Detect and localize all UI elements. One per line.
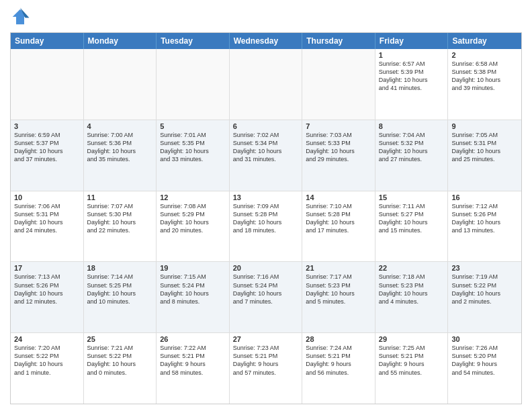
empty-cell xyxy=(11,49,84,120)
empty-cell xyxy=(157,49,230,120)
empty-cell xyxy=(84,49,157,120)
day-info: Sunrise: 7:24 AM Sunset: 5:21 PM Dayligh… xyxy=(306,344,371,377)
calendar-row-4: 24Sunrise: 7:20 AM Sunset: 5:22 PM Dayli… xyxy=(11,332,521,404)
day-info: Sunrise: 7:12 AM Sunset: 5:26 PM Dayligh… xyxy=(451,202,518,235)
day-info: Sunrise: 7:10 AM Sunset: 5:28 PM Dayligh… xyxy=(306,202,371,235)
day-cell-3: 3Sunrise: 6:59 AM Sunset: 5:37 PM Daylig… xyxy=(11,120,84,191)
day-number: 9 xyxy=(451,122,518,130)
day-info: Sunrise: 7:14 AM Sunset: 5:25 PM Dayligh… xyxy=(87,273,153,306)
day-info: Sunrise: 7:18 AM Sunset: 5:23 PM Dayligh… xyxy=(379,273,445,306)
day-number: 25 xyxy=(87,335,153,343)
calendar: SundayMondayTuesdayWednesdayThursdayFrid… xyxy=(10,32,522,404)
day-info: Sunrise: 7:06 AM Sunset: 5:31 PM Dayligh… xyxy=(14,202,80,235)
day-info: Sunrise: 7:07 AM Sunset: 5:30 PM Dayligh… xyxy=(87,202,153,235)
day-number: 17 xyxy=(14,264,80,272)
day-info: Sunrise: 7:17 AM Sunset: 5:23 PM Dayligh… xyxy=(306,273,371,306)
day-number: 12 xyxy=(160,193,226,201)
day-cell-11: 11Sunrise: 7:07 AM Sunset: 5:30 PM Dayli… xyxy=(84,191,157,262)
day-cell-2: 2Sunrise: 6:58 AM Sunset: 5:38 PM Daylig… xyxy=(448,49,521,120)
day-number: 30 xyxy=(451,335,518,343)
day-info: Sunrise: 7:09 AM Sunset: 5:28 PM Dayligh… xyxy=(233,202,299,235)
day-info: Sunrise: 7:21 AM Sunset: 5:22 PM Dayligh… xyxy=(87,344,153,377)
day-cell-5: 5Sunrise: 7:01 AM Sunset: 5:35 PM Daylig… xyxy=(157,120,230,191)
day-number: 11 xyxy=(87,193,153,201)
day-number: 10 xyxy=(14,193,80,201)
day-cell-27: 27Sunrise: 7:23 AM Sunset: 5:21 PM Dayli… xyxy=(230,333,303,404)
day-number: 13 xyxy=(233,193,299,201)
day-cell-7: 7Sunrise: 7:03 AM Sunset: 5:33 PM Daylig… xyxy=(302,120,375,191)
day-cell-21: 21Sunrise: 7:17 AM Sunset: 5:23 PM Dayli… xyxy=(302,262,375,332)
day-info: Sunrise: 7:20 AM Sunset: 5:22 PM Dayligh… xyxy=(14,344,80,377)
day-number: 19 xyxy=(160,264,226,272)
day-info: Sunrise: 7:08 AM Sunset: 5:29 PM Dayligh… xyxy=(160,202,226,235)
day-number: 4 xyxy=(87,122,153,130)
day-cell-23: 23Sunrise: 7:19 AM Sunset: 5:22 PM Dayli… xyxy=(448,262,521,332)
day-number: 3 xyxy=(14,122,80,130)
day-cell-20: 20Sunrise: 7:16 AM Sunset: 5:24 PM Dayli… xyxy=(230,262,303,332)
day-cell-29: 29Sunrise: 7:25 AM Sunset: 5:21 PM Dayli… xyxy=(375,333,449,404)
day-cell-22: 22Sunrise: 7:18 AM Sunset: 5:23 PM Dayli… xyxy=(375,262,449,332)
day-cell-13: 13Sunrise: 7:09 AM Sunset: 5:28 PM Dayli… xyxy=(230,191,303,262)
day-info: Sunrise: 7:23 AM Sunset: 5:21 PM Dayligh… xyxy=(233,344,299,377)
calendar-body: 1Sunrise: 6:57 AM Sunset: 5:39 PM Daylig… xyxy=(11,49,521,404)
day-info: Sunrise: 6:57 AM Sunset: 5:39 PM Dayligh… xyxy=(379,60,445,93)
day-cell-14: 14Sunrise: 7:10 AM Sunset: 5:28 PM Dayli… xyxy=(302,191,375,262)
day-cell-8: 8Sunrise: 7:04 AM Sunset: 5:32 PM Daylig… xyxy=(375,120,449,191)
day-info: Sunrise: 7:19 AM Sunset: 5:22 PM Dayligh… xyxy=(451,273,518,306)
day-cell-24: 24Sunrise: 7:20 AM Sunset: 5:22 PM Dayli… xyxy=(11,333,84,404)
calendar-row-3: 17Sunrise: 7:13 AM Sunset: 5:26 PM Dayli… xyxy=(11,261,521,332)
empty-cell xyxy=(230,49,303,120)
header-day-monday: Monday xyxy=(84,33,157,49)
header-day-saturday: Saturday xyxy=(448,33,521,49)
day-info: Sunrise: 6:58 AM Sunset: 5:38 PM Dayligh… xyxy=(451,60,518,93)
day-cell-10: 10Sunrise: 7:06 AM Sunset: 5:31 PM Dayli… xyxy=(11,191,84,262)
day-info: Sunrise: 7:15 AM Sunset: 5:24 PM Dayligh… xyxy=(160,273,226,306)
calendar-row-2: 10Sunrise: 7:06 AM Sunset: 5:31 PM Dayli… xyxy=(11,191,521,262)
day-number: 8 xyxy=(379,122,445,130)
day-cell-1: 1Sunrise: 6:57 AM Sunset: 5:39 PM Daylig… xyxy=(375,49,449,120)
header-day-tuesday: Tuesday xyxy=(157,33,230,49)
day-number: 14 xyxy=(306,193,371,201)
day-number: 23 xyxy=(451,264,518,272)
day-cell-18: 18Sunrise: 7:14 AM Sunset: 5:25 PM Dayli… xyxy=(84,262,157,332)
header-day-sunday: Sunday xyxy=(11,33,84,49)
day-cell-30: 30Sunrise: 7:26 AM Sunset: 5:20 PM Dayli… xyxy=(448,333,521,404)
day-info: Sunrise: 7:03 AM Sunset: 5:33 PM Dayligh… xyxy=(306,131,371,164)
day-number: 7 xyxy=(306,122,371,130)
day-info: Sunrise: 7:22 AM Sunset: 5:21 PM Dayligh… xyxy=(160,344,226,377)
day-number: 26 xyxy=(160,335,226,343)
calendar-row-0: 1Sunrise: 6:57 AM Sunset: 5:39 PM Daylig… xyxy=(11,49,521,120)
day-cell-9: 9Sunrise: 7:05 AM Sunset: 5:31 PM Daylig… xyxy=(448,120,521,191)
logo xyxy=(10,7,33,27)
day-info: Sunrise: 7:00 AM Sunset: 5:36 PM Dayligh… xyxy=(87,131,153,164)
day-cell-12: 12Sunrise: 7:08 AM Sunset: 5:29 PM Dayli… xyxy=(157,191,230,262)
day-info: Sunrise: 7:05 AM Sunset: 5:31 PM Dayligh… xyxy=(451,131,518,164)
day-cell-17: 17Sunrise: 7:13 AM Sunset: 5:26 PM Dayli… xyxy=(11,262,84,332)
day-info: Sunrise: 7:02 AM Sunset: 5:34 PM Dayligh… xyxy=(233,131,299,164)
day-info: Sunrise: 7:11 AM Sunset: 5:27 PM Dayligh… xyxy=(379,202,445,235)
header-day-thursday: Thursday xyxy=(302,33,375,49)
day-number: 20 xyxy=(233,264,299,272)
day-number: 2 xyxy=(451,51,518,59)
day-number: 24 xyxy=(14,335,80,343)
calendar-header: SundayMondayTuesdayWednesdayThursdayFrid… xyxy=(11,33,521,49)
day-number: 1 xyxy=(379,51,445,59)
day-info: Sunrise: 7:13 AM Sunset: 5:26 PM Dayligh… xyxy=(14,273,80,306)
day-info: Sunrise: 7:04 AM Sunset: 5:32 PM Dayligh… xyxy=(379,131,445,164)
day-info: Sunrise: 7:01 AM Sunset: 5:35 PM Dayligh… xyxy=(160,131,226,164)
day-number: 22 xyxy=(379,264,445,272)
day-cell-26: 26Sunrise: 7:22 AM Sunset: 5:21 PM Dayli… xyxy=(157,333,230,404)
day-cell-19: 19Sunrise: 7:15 AM Sunset: 5:24 PM Dayli… xyxy=(157,262,230,332)
day-number: 16 xyxy=(451,193,518,201)
day-number: 6 xyxy=(233,122,299,130)
day-info: Sunrise: 6:59 AM Sunset: 5:37 PM Dayligh… xyxy=(14,131,80,164)
day-number: 18 xyxy=(87,264,153,272)
day-cell-15: 15Sunrise: 7:11 AM Sunset: 5:27 PM Dayli… xyxy=(375,191,449,262)
page: SundayMondayTuesdayWednesdayThursdayFrid… xyxy=(0,0,532,411)
logo-icon xyxy=(10,7,30,27)
header-day-wednesday: Wednesday xyxy=(230,33,303,49)
day-cell-16: 16Sunrise: 7:12 AM Sunset: 5:26 PM Dayli… xyxy=(448,191,521,262)
day-number: 21 xyxy=(306,264,371,272)
day-cell-6: 6Sunrise: 7:02 AM Sunset: 5:34 PM Daylig… xyxy=(230,120,303,191)
day-cell-25: 25Sunrise: 7:21 AM Sunset: 5:22 PM Dayli… xyxy=(84,333,157,404)
